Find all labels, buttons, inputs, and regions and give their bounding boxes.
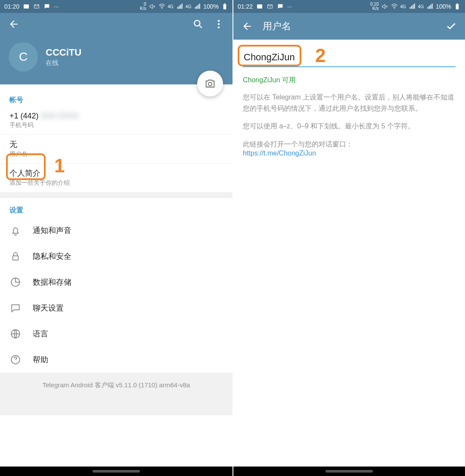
signal-icon [176, 3, 183, 10]
camera-fab[interactable] [197, 71, 223, 96]
svg-rect-25 [412, 5, 413, 9]
avatar-letter: C [19, 50, 28, 64]
settings-language[interactable]: 语言 [0, 321, 232, 347]
phone-left: 01:20 ··· 0 K/s 4G 4G 100% [0, 0, 232, 476]
appbar: 用户名 [233, 13, 465, 40]
chart-icon [9, 276, 22, 288]
svg-point-14 [218, 23, 220, 25]
svg-point-16 [208, 82, 212, 86]
battery-icon [221, 3, 228, 10]
net-type: 4G [400, 4, 406, 9]
svg-rect-10 [223, 4, 226, 9]
svg-rect-11 [224, 3, 226, 4]
svg-rect-8 [198, 5, 199, 9]
username-page: ChongZiJun 可用 您可以在 Telegram 上设置一个用户名。设置后… [233, 40, 465, 467]
settings-notifications[interactable]: 通知和声音 [0, 218, 232, 243]
appbar-title: 用户名 [263, 20, 291, 33]
android-navbar [233, 467, 465, 476]
svg-rect-3 [179, 6, 180, 9]
more-icon: ··· [54, 3, 59, 10]
android-navbar [0, 467, 232, 476]
profile-status: 在线 [46, 59, 81, 67]
settings-label: 语言 [33, 329, 48, 339]
mail-icon [33, 3, 40, 10]
phone-row[interactable]: +1 (442) 2XX-XXXX 手机号码 [0, 107, 232, 135]
mail-icon [267, 3, 273, 10]
svg-point-13 [218, 20, 220, 22]
svg-rect-29 [431, 5, 431, 9]
availability-text: ChongZiJun 可用 [243, 76, 456, 85]
signal-icon-2 [426, 3, 433, 10]
net-type-2: 4G [418, 4, 424, 9]
svg-rect-27 [428, 7, 428, 9]
settings-label: 聊天设置 [33, 303, 64, 313]
status-time: 01:22 [238, 3, 253, 10]
status-time: 01:20 [4, 3, 19, 10]
username-row[interactable]: 无 用户名 [0, 135, 232, 164]
username-value: 无 [9, 139, 223, 149]
svg-rect-2 [177, 7, 178, 9]
svg-rect-24 [411, 6, 412, 9]
settings-label: 帮助 [33, 355, 48, 365]
svg-rect-6 [195, 7, 196, 9]
settings-help[interactable]: 帮助 [0, 347, 232, 373]
more-button[interactable] [208, 14, 229, 34]
svg-rect-0 [24, 4, 29, 8]
svg-rect-4 [180, 5, 181, 9]
net-speed: 0 K/s [140, 2, 146, 11]
svg-point-12 [194, 20, 200, 26]
settings-chat[interactable]: 聊天设置 [0, 295, 232, 321]
section-gap [0, 192, 232, 198]
phone-label: 手机号码 [9, 121, 223, 129]
gallery-icon [23, 3, 30, 10]
phone-prefix: +1 (442) [9, 112, 39, 120]
lock-icon [9, 250, 22, 262]
confirm-button[interactable] [441, 16, 462, 37]
back-button[interactable] [3, 14, 24, 34]
settings-label: 通知和声音 [33, 225, 71, 236]
svg-rect-30 [432, 3, 433, 9]
profile-header: C CCCiTU 在线 [0, 35, 232, 84]
battery-pct: 100% [203, 3, 219, 10]
version-footer: Telegram Android 客户端 v5.11.0 (1710) arm6… [0, 373, 232, 415]
svg-rect-26 [414, 3, 415, 9]
bio-label: 添加一些关于你的介绍 [9, 179, 223, 187]
chat-icon [9, 302, 22, 314]
wifi-icon [158, 3, 165, 10]
desc-1: 您可以在 Telegram 上设置一个用户名。设置后，别人将能够在不知道您的手机… [243, 92, 456, 114]
account-section: 帐号 +1 (442) 2XX-XXXX 手机号码 无 用户名 个人简介 添加一… [0, 84, 232, 192]
more-icon: ··· [287, 3, 292, 10]
svg-rect-5 [182, 3, 183, 9]
username-input[interactable] [243, 48, 456, 67]
svg-point-15 [218, 26, 220, 28]
phone-blurred: 2XX-XXXX [41, 112, 79, 120]
mute-icon [149, 3, 156, 10]
profile-name: CCCiTU [46, 47, 81, 58]
bio-value: 个人简介 [9, 168, 223, 178]
battery-icon [454, 3, 461, 10]
chat-icon [43, 3, 50, 10]
svg-point-22 [394, 8, 395, 9]
settings-privacy[interactable]: 隐私和安全 [0, 243, 232, 269]
bell-icon [9, 224, 22, 236]
settings-section: 设置 通知和声音 隐私和安全 数据和存储 聊天设置 语言 帮助 [0, 198, 232, 373]
settings-data[interactable]: 数据和存储 [0, 269, 232, 295]
gallery-icon [256, 3, 263, 10]
svg-rect-9 [199, 3, 200, 9]
svg-point-1 [161, 8, 162, 9]
profile-link[interactable]: https://t.me/ChongZiJun [243, 149, 316, 157]
bio-row[interactable]: 个人简介 添加一些关于你的介绍 [0, 164, 232, 192]
signal-icon-2 [194, 3, 201, 10]
search-button[interactable] [188, 14, 208, 34]
net-type: 4G [168, 4, 174, 9]
account-header: 帐号 [0, 92, 232, 107]
signal-icon [409, 3, 415, 10]
phone-right: 01:22 ··· 0.10 K/s 4G 4G 100% 用户名 [232, 0, 465, 476]
help-icon [9, 354, 22, 366]
avatar[interactable]: C [9, 42, 38, 72]
svg-rect-23 [410, 7, 411, 9]
statusbar: 01:20 ··· 0 K/s 4G 4G 100% [0, 0, 232, 13]
back-button[interactable] [237, 16, 257, 37]
net-type-2: 4G [186, 4, 191, 9]
svg-rect-28 [429, 6, 430, 9]
